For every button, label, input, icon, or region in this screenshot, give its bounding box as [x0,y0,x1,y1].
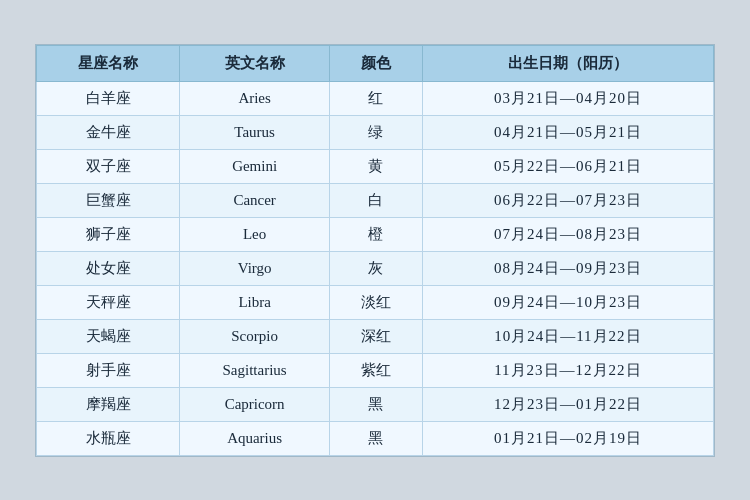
table-row: 狮子座Leo橙07月24日—08月23日 [37,217,714,251]
table-row: 处女座Virgo灰08月24日—09月23日 [37,251,714,285]
cell-color: 黄 [330,149,423,183]
cell-dates: 07月24日—08月23日 [422,217,713,251]
cell-chinese-name: 射手座 [37,353,180,387]
cell-chinese-name: 双子座 [37,149,180,183]
table-row: 白羊座Aries红03月21日—04月20日 [37,81,714,115]
table-row: 双子座Gemini黄05月22日—06月21日 [37,149,714,183]
cell-color: 黑 [330,421,423,455]
cell-dates: 03月21日—04月20日 [422,81,713,115]
cell-dates: 05月22日—06月21日 [422,149,713,183]
cell-chinese-name: 水瓶座 [37,421,180,455]
cell-color: 红 [330,81,423,115]
cell-color: 灰 [330,251,423,285]
table-row: 金牛座Taurus绿04月21日—05月21日 [37,115,714,149]
table-row: 摩羯座Capricorn黑12月23日—01月22日 [37,387,714,421]
cell-chinese-name: 天秤座 [37,285,180,319]
cell-english-name: Gemini [180,149,330,183]
cell-dates: 04月21日—05月21日 [422,115,713,149]
cell-english-name: Scorpio [180,319,330,353]
cell-dates: 01月21日—02月19日 [422,421,713,455]
header-birthdate: 出生日期（阳历） [422,45,713,81]
cell-chinese-name: 巨蟹座 [37,183,180,217]
cell-english-name: Virgo [180,251,330,285]
cell-english-name: Libra [180,285,330,319]
cell-dates: 09月24日—10月23日 [422,285,713,319]
table-row: 天秤座Libra淡红09月24日—10月23日 [37,285,714,319]
table-body: 白羊座Aries红03月21日—04月20日金牛座Taurus绿04月21日—0… [37,81,714,455]
header-color: 颜色 [330,45,423,81]
table-header-row: 星座名称 英文名称 颜色 出生日期（阳历） [37,45,714,81]
cell-dates: 08月24日—09月23日 [422,251,713,285]
cell-english-name: Aquarius [180,421,330,455]
cell-chinese-name: 狮子座 [37,217,180,251]
cell-english-name: Capricorn [180,387,330,421]
cell-color: 绿 [330,115,423,149]
cell-dates: 10月24日—11月22日 [422,319,713,353]
cell-color: 深红 [330,319,423,353]
cell-chinese-name: 金牛座 [37,115,180,149]
cell-chinese-name: 处女座 [37,251,180,285]
cell-english-name: Cancer [180,183,330,217]
cell-english-name: Taurus [180,115,330,149]
cell-dates: 11月23日—12月22日 [422,353,713,387]
zodiac-table-container: 星座名称 英文名称 颜色 出生日期（阳历） 白羊座Aries红03月21日—04… [35,44,715,457]
cell-dates: 12月23日—01月22日 [422,387,713,421]
cell-color: 淡红 [330,285,423,319]
table-row: 天蝎座Scorpio深红10月24日—11月22日 [37,319,714,353]
cell-color: 紫红 [330,353,423,387]
cell-chinese-name: 白羊座 [37,81,180,115]
table-row: 射手座Sagittarius紫红11月23日—12月22日 [37,353,714,387]
cell-dates: 06月22日—07月23日 [422,183,713,217]
header-chinese-name: 星座名称 [37,45,180,81]
header-english-name: 英文名称 [180,45,330,81]
cell-english-name: Sagittarius [180,353,330,387]
table-row: 水瓶座Aquarius黑01月21日—02月19日 [37,421,714,455]
cell-color: 橙 [330,217,423,251]
zodiac-table: 星座名称 英文名称 颜色 出生日期（阳历） 白羊座Aries红03月21日—04… [36,45,714,456]
cell-chinese-name: 摩羯座 [37,387,180,421]
table-row: 巨蟹座Cancer白06月22日—07月23日 [37,183,714,217]
cell-color: 白 [330,183,423,217]
cell-chinese-name: 天蝎座 [37,319,180,353]
cell-color: 黑 [330,387,423,421]
cell-english-name: Leo [180,217,330,251]
cell-english-name: Aries [180,81,330,115]
